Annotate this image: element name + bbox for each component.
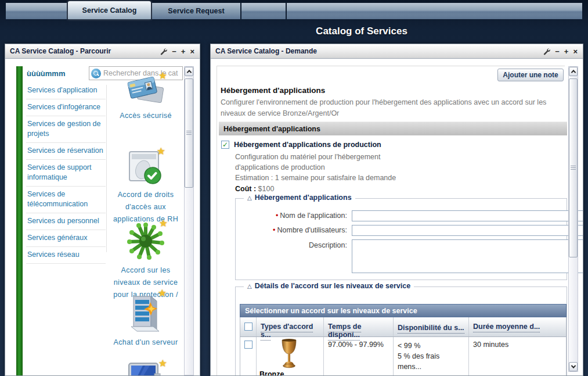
- option-desc-line3: Estimation : 1 semaine pour satisfaire l…: [235, 174, 396, 182]
- column-divider: [106, 85, 107, 252]
- sla-row-bronze: Bronze 97.00% - 97.99% < 99 % 5 % des fr…: [240, 337, 567, 375]
- sla-legend: Détails de l'accord sur les niveaux de s…: [255, 282, 410, 290]
- service-item-label: Accès sécurisé: [107, 110, 184, 122]
- category-item[interactable]: Services de support informatique: [26, 160, 106, 187]
- maximize-icon[interactable]: +: [181, 48, 186, 55]
- settings-wrench-icon[interactable]: [160, 48, 167, 55]
- tabbar-segment: [6, 3, 67, 19]
- new-badge-star-icon: ★: [158, 287, 167, 299]
- option-desc-line1: Configuration du matériel pour l'héberge…: [235, 153, 380, 161]
- required-marker: •: [276, 212, 278, 220]
- tabbar-segment: [241, 3, 286, 19]
- sla-uptime: 97.00% - 97.99%: [324, 337, 394, 375]
- request-panel-body: Ajouter une note Hébergement d'applicati…: [211, 59, 583, 375]
- option-desc-line2: d'applications de production: [235, 163, 325, 171]
- category-item[interactable]: Services réseau: [26, 247, 106, 264]
- sla-table-header-row: Types d'accord s... Temps de disponi... …: [240, 317, 567, 337]
- request-panel-header: CA Service Catalog - Demande − + ×: [211, 44, 583, 59]
- monitor-icon: ★: [127, 361, 165, 375]
- request-panel: CA Service Catalog - Demande − + × Ajout…: [210, 44, 583, 376]
- sla-avg-duration: 30 minutes: [469, 337, 566, 375]
- form-legend: Hébergement d'applications: [255, 194, 352, 202]
- category-item[interactable]: Services de télécommunication: [26, 187, 106, 213]
- scroll-down-button[interactable]: [569, 362, 578, 371]
- scroll-up-button[interactable]: [569, 67, 578, 76]
- sla-table: Sélectionner un accord sur les niveaux d…: [240, 304, 567, 375]
- catalog-root-folder[interactable]: ùùùùmmm: [27, 69, 65, 78]
- app-name-input[interactable]: [352, 210, 583, 221]
- service-title: Hébergement d'applications: [221, 86, 325, 95]
- tab-service-catalog[interactable]: Service Catalog: [68, 1, 151, 19]
- browse-panel-header: CA Service Catalog - Parcourir − + ×: [5, 44, 200, 59]
- option-checkbox[interactable]: ✓: [221, 141, 229, 149]
- sla-type-name: Bronze: [259, 370, 284, 375]
- featured-services-column: ★ Accès sécurisé ★ Accord de droits d'ac…: [107, 59, 184, 375]
- request-panel-title: CA Service Catalog - Demande: [211, 47, 543, 55]
- tab-service-request[interactable]: Service Request: [152, 3, 240, 19]
- minimize-icon[interactable]: −: [172, 48, 176, 55]
- page-title: Catalog of Services: [316, 26, 407, 37]
- row-checkbox[interactable]: [244, 341, 252, 349]
- top-tab-bar: Service Catalog Service Request: [6, 3, 582, 19]
- collapse-triangle-icon[interactable]: △: [247, 283, 252, 289]
- field-label-app-name: •Nom de l'application:: [239, 212, 347, 220]
- chevron-up-icon: [571, 70, 575, 74]
- required-marker: •: [273, 226, 275, 234]
- service-item-accord-sla-protection[interactable]: ★ Accord sur les niveaux de service pour…: [107, 220, 184, 301]
- new-badge-star-icon: ★: [159, 217, 168, 230]
- sla-availability: < 99 %: [398, 341, 464, 351]
- category-item[interactable]: Services du personnel: [26, 213, 106, 230]
- browse-panel: CA Service Catalog - Parcourir − + × ùùù…: [5, 44, 200, 376]
- tabbar-segment: [287, 3, 582, 19]
- service-section-header: Hébergement d'applications: [219, 121, 567, 135]
- content-top-border: [217, 66, 565, 66]
- column-header-duration[interactable]: Durée moyenne d...: [473, 323, 540, 332]
- user-count-input[interactable]: [352, 225, 583, 236]
- settings-wrench-icon[interactable]: [543, 48, 550, 55]
- close-icon[interactable]: ×: [190, 48, 194, 55]
- category-item[interactable]: Services de gestion de projets: [26, 116, 106, 143]
- column-header-availability[interactable]: Disponibilité du s...: [398, 324, 464, 334]
- description-textarea[interactable]: [352, 239, 583, 273]
- category-tree-accent-bar: [16, 66, 23, 375]
- service-description: Configurer l'environnement de production…: [221, 97, 564, 119]
- server-icon: ★: [125, 291, 166, 336]
- scroll-up-button[interactable]: [185, 67, 193, 76]
- option-label: Hébergement d'applications de production: [234, 141, 381, 149]
- category-item[interactable]: Services de réservation: [26, 143, 106, 160]
- new-badge-star-icon: ★: [157, 145, 165, 157]
- category-item[interactable]: Services généraux: [26, 230, 106, 247]
- service-item-acces-securise[interactable]: ★ Accès sécurisé: [107, 74, 184, 122]
- chevron-down-icon: [571, 363, 575, 368]
- new-badge-star-icon: ★: [158, 70, 167, 82]
- sla-table-title: Sélectionner un accord sur les niveaux d…: [240, 304, 567, 317]
- thumb-grip-icon: [571, 166, 576, 170]
- check-icon: ✓: [222, 141, 228, 149]
- cost-value: $100: [258, 185, 275, 193]
- select-all-checkbox[interactable]: [244, 323, 252, 331]
- thumb-grip-icon: [186, 131, 192, 135]
- service-item-accord-droits[interactable]: ★ Accord de droits d'accès aux applicati…: [107, 150, 184, 225]
- close-icon[interactable]: ×: [573, 48, 578, 55]
- collapse-triangle-icon[interactable]: △: [247, 195, 252, 201]
- category-item[interactable]: Services d'application: [26, 83, 106, 99]
- sla-penalty: 5 % des frais mens...: [398, 351, 464, 372]
- scrollbar-thumb[interactable]: [185, 78, 193, 188]
- app-window-check-icon: ★: [128, 150, 164, 189]
- minimize-icon[interactable]: −: [555, 48, 560, 55]
- maximize-icon[interactable]: +: [564, 48, 569, 55]
- category-list: Services d'application Services d'infogé…: [26, 83, 106, 264]
- hosting-form-fieldset: △ Hébergement d'applications •Nom de l'a…: [235, 198, 567, 280]
- browse-scrollbar[interactable]: [184, 66, 194, 375]
- service-item-achat-serveur[interactable]: ★ Achat d'un serveur: [107, 291, 184, 349]
- browse-panel-body: ùùùùmmm Services d'application Services …: [5, 59, 200, 375]
- browse-panel-title: CA Service Catalog - Parcourir: [5, 47, 160, 55]
- request-scrollbar[interactable]: [568, 66, 578, 372]
- service-item-monitor[interactable]: ★: [107, 361, 184, 375]
- cost-label: Coût :: [235, 185, 256, 193]
- add-note-button[interactable]: Ajouter une note: [497, 69, 564, 81]
- tab-service-catalog-label: Service Catalog: [82, 6, 137, 15]
- search-icon[interactable]: [91, 69, 101, 78]
- category-item[interactable]: Services d'infogérance: [26, 99, 106, 116]
- scrollbar-thumb[interactable]: [569, 78, 578, 257]
